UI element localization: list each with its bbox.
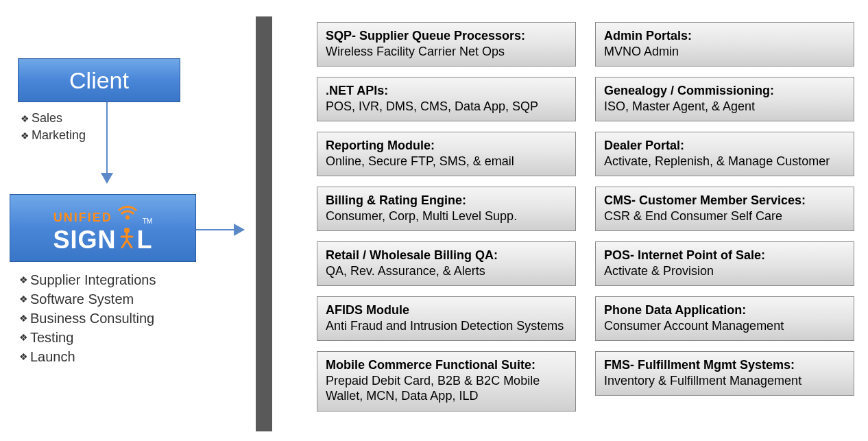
diamond-icon: ❖: [19, 334, 26, 341]
arrow-down-icon: [106, 102, 108, 183]
module-title: Mobile Commerce Functional Suite:: [326, 358, 535, 372]
module-box: POS- Internet Point of Sale:Activate & P…: [595, 241, 854, 286]
module-desc: Consumer, Corp, Multi Level Supp.: [326, 209, 517, 223]
bullet-label: Sales: [32, 110, 62, 127]
module-title: Retail / Wholesale Billing QA:: [326, 248, 498, 262]
diamond-icon: ❖: [19, 296, 26, 302]
module-box: Admin Portals:MVNO Admin: [595, 22, 854, 67]
module-box: CMS- Customer Member Services:CSR & End …: [595, 187, 854, 231]
module-title: AFIDS Module: [326, 303, 409, 317]
module-title: .NET APIs:: [326, 84, 388, 97]
list-item: ❖Business Consulting: [19, 309, 156, 328]
diamond-icon: ❖: [19, 315, 26, 322]
module-box: Dealer Portal:Activate, Replenish, & Man…: [595, 132, 854, 176]
bullet-label: Testing: [30, 328, 73, 347]
module-box: Mobile Commerce Functional Suite:Prepaid…: [317, 351, 576, 412]
module-box: FMS- Fulfillment Mgmt Systems:Inventory …: [595, 351, 854, 396]
diamond-icon: ❖: [19, 276, 26, 283]
client-box: Client: [18, 58, 180, 102]
module-title: Phone Data Application:: [604, 303, 746, 317]
module-title: FMS- Fulfillment Mgmt Systems:: [604, 358, 795, 372]
diamond-icon: ❖: [19, 353, 26, 360]
module-desc: POS, IVR, DMS, CMS, Data App, SQP: [326, 99, 538, 113]
module-title: Admin Portals:: [604, 29, 692, 43]
modules-col-right: Admin Portals:MVNO Admin Genealogy / Com…: [595, 22, 854, 412]
module-desc: Prepaid Debit Card, B2B & B2C Mobile Wal…: [326, 374, 540, 403]
module-title: CMS- Customer Member Services:: [604, 193, 806, 207]
list-item: ❖Testing: [19, 328, 156, 347]
module-title: Dealer Portal:: [604, 139, 684, 152]
module-desc: ISO, Master Agent, & Agent: [604, 99, 755, 113]
bullet-label: Marketing: [32, 127, 86, 144]
module-box: Genealogy / Commissioning:ISO, Master Ag…: [595, 77, 854, 121]
list-item: ❖Software System: [19, 289, 156, 309]
module-desc: MVNO Admin: [604, 45, 679, 58]
module-box: Phone Data Application:Consumer Account …: [595, 296, 854, 341]
client-title: Client: [69, 67, 129, 94]
brand-right: L: [137, 226, 153, 254]
module-desc: Online, Secure FTP, SMS, & email: [326, 154, 514, 168]
module-desc: Anti Fraud and Intrusion Detection Syste…: [326, 319, 564, 333]
module-box: Reporting Module:Online, Secure FTP, SMS…: [317, 132, 576, 176]
brand-unified: UNIFIED: [53, 211, 112, 225]
module-box: Retail / Wholesale Billing QA:QA, Rev. A…: [317, 241, 576, 286]
signal-bullets: ❖Supplier Integrations ❖Software System …: [19, 270, 156, 366]
modules-grid: SQP- Supplier Queue Processors:Wireless …: [317, 22, 858, 412]
module-title: Genealogy / Commissioning:: [604, 84, 774, 97]
client-bullets: ❖Sales ❖Marketing: [21, 110, 86, 144]
list-item: ❖Supplier Integrations: [19, 270, 156, 289]
module-desc: Wireless Facility Carrier Net Ops: [326, 45, 505, 58]
module-desc: CSR & End Consumer Self Care: [604, 209, 782, 223]
arrow-right-icon: [196, 229, 244, 230]
module-box: .NET APIs:POS, IVR, DMS, CMS, Data App, …: [317, 77, 576, 121]
module-desc: Activate, Replenish, & Manage Customer: [604, 154, 830, 168]
bullet-label: Software System: [30, 289, 134, 309]
module-title: SQP- Supplier Queue Processors:: [326, 29, 525, 43]
module-title: Billing & Rating Engine:: [326, 193, 466, 207]
module-desc: Activate & Provision: [604, 264, 714, 278]
module-title: POS- Internet Point of Sale:: [604, 248, 765, 262]
module-desc: Consumer Account Management: [604, 319, 784, 333]
list-item: ❖Marketing: [21, 127, 86, 144]
wifi-signal-icon: [116, 202, 139, 225]
list-item: ❖Launch: [19, 347, 156, 366]
diamond-icon: ❖: [21, 132, 27, 139]
module-box: Billing & Rating Engine:Consumer, Corp, …: [317, 187, 576, 231]
person-signal-icon: [117, 225, 136, 254]
modules-col-left: SQP- Supplier Queue Processors:Wireless …: [317, 22, 576, 412]
module-title: Reporting Module:: [326, 139, 435, 152]
brand-signal: SIGN L: [53, 225, 152, 254]
svg-point-0: [125, 215, 130, 219]
module-box: AFIDS ModuleAnti Fraud and Intrusion Det…: [317, 296, 576, 341]
bullet-label: Supplier Integrations: [30, 270, 156, 289]
unified-signal-box: UNIFIED TM SIGN L: [10, 194, 196, 262]
diamond-icon: ❖: [21, 115, 27, 122]
module-desc: QA, Rev. Assurance, & Alerts: [326, 264, 485, 278]
module-desc: Inventory & Fulfillment Management: [604, 374, 801, 388]
brand-top-row: UNIFIED TM: [53, 202, 152, 225]
module-box: SQP- Supplier Queue Processors:Wireless …: [317, 22, 576, 67]
trademark-icon: TM: [143, 217, 152, 225]
bullet-label: Business Consulting: [30, 309, 154, 328]
vertical-divider: [256, 16, 272, 431]
bullet-label: Launch: [30, 347, 75, 366]
list-item: ❖Sales: [21, 110, 86, 127]
brand-left: SIGN: [53, 226, 116, 254]
